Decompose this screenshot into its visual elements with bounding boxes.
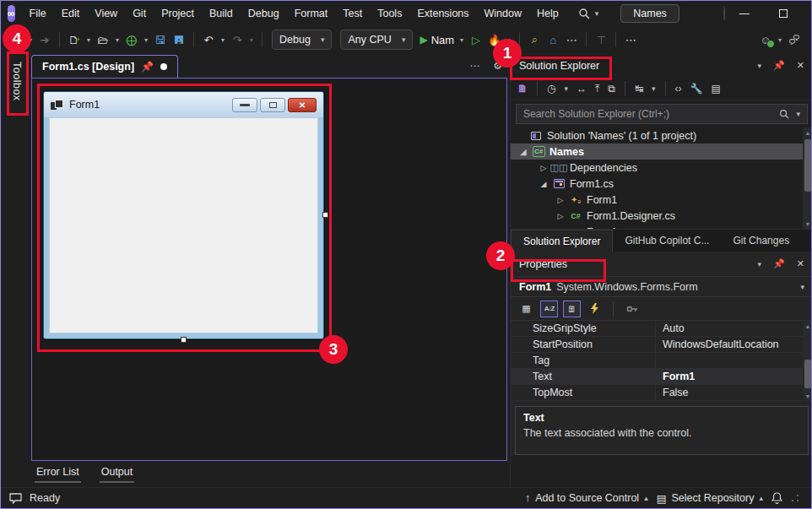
menu-edit[interactable]: Edit: [54, 1, 88, 26]
designer-overflow-icon[interactable]: ⋯: [622, 30, 639, 50]
properties-object-dropdown[interactable]: Form1 System.Windows.Forms.Form ▾: [511, 276, 812, 297]
alphabetical-sort-icon[interactable]: A↓Z: [540, 301, 558, 317]
menu-tools[interactable]: Tools: [370, 1, 409, 26]
property-row-selected[interactable]: Text Form1: [511, 369, 812, 385]
preview-selected-icon[interactable]: ▤: [711, 83, 720, 95]
tab-github-copilot[interactable]: GitHub Copilot C...: [613, 230, 721, 252]
send-feedback-icon[interactable]: 🗪: [786, 30, 803, 50]
collapse-all-icon[interactable]: ⤒: [595, 83, 599, 95]
resize-grip[interactable]: [791, 494, 799, 502]
menu-help[interactable]: Help: [529, 1, 566, 26]
tab-overflow-icon[interactable]: ⋯: [469, 60, 479, 72]
tree-row-dependencies[interactable]: ▷ ◫◫ Dependencies: [511, 160, 812, 176]
toolbox-tab[interactable]: Toolbox: [8, 55, 25, 108]
tab-git-changes[interactable]: Git Changes: [721, 230, 801, 252]
menu-format[interactable]: Format: [287, 1, 336, 26]
solution-name-badge[interactable]: Names: [620, 4, 679, 23]
open-file-icon[interactable]: 🗁: [95, 30, 111, 50]
select-repository-button[interactable]: ▤ Select Repository ▴: [657, 492, 763, 505]
form-maximize-button[interactable]: [260, 98, 285, 112]
search-chevron-icon[interactable]: ▾: [595, 9, 599, 18]
scroll-down-icon[interactable]: ▼: [803, 219, 812, 229]
tree-row-solution[interactable]: Solution 'Names' (1 of 1 project): [511, 127, 812, 143]
scroll-down-icon[interactable]: ▼: [803, 391, 812, 401]
document-tab-form1-design[interactable]: Form1.cs [Design] 📌: [31, 55, 178, 78]
add-to-source-control-button[interactable]: ↑ Add to Source Control ▴: [525, 492, 648, 504]
search-options-chevron-icon[interactable]: ▾: [796, 110, 800, 118]
menu-window[interactable]: Window: [477, 1, 529, 26]
save-icon[interactable]: 🖫: [152, 30, 169, 50]
expander-expanded-icon[interactable]: ◢: [539, 180, 548, 188]
save-all-icon[interactable]: 🖪: [171, 30, 187, 50]
tree-row-form1-cs[interactable]: ◢ Form1.cs: [511, 176, 812, 192]
tree-row-form1-designer[interactable]: ▷ C# Form1.Designer.cs: [511, 208, 812, 224]
solution-platforms-dropdown[interactable]: Any CPU▾: [340, 30, 413, 50]
designer-surface[interactable]: Form1 ✕: [31, 78, 507, 461]
switch-views-icon[interactable]: 🗎: [517, 83, 528, 95]
panel-chevron-icon[interactable]: ▾: [758, 260, 762, 268]
scroll-up-icon[interactable]: ▲: [803, 127, 812, 138]
minimize-button[interactable]: —: [725, 1, 764, 26]
menu-test[interactable]: Test: [335, 1, 370, 26]
unsaved-dot-icon[interactable]: [160, 63, 167, 70]
feedback-chat-icon[interactable]: [1, 493, 30, 504]
properties-scrollbar[interactable]: ▲ ▼: [803, 321, 812, 401]
filter-chevron-icon[interactable]: ▾: [564, 84, 568, 93]
resize-handle-bottom[interactable]: [181, 337, 187, 343]
menu-git[interactable]: Git: [125, 1, 154, 26]
tree-row-project-names[interactable]: ◢ C# Names: [511, 143, 812, 160]
designed-form-titlebar[interactable]: Form1 ✕: [44, 92, 323, 117]
account-chevron-icon[interactable]: ▾: [776, 36, 784, 44]
properties-view-icon[interactable]: 🗏: [563, 301, 581, 317]
notifications-bell-icon[interactable]: [771, 492, 782, 504]
form-close-button[interactable]: ✕: [288, 98, 317, 112]
designed-form-window[interactable]: Form1 ✕: [43, 91, 324, 339]
start-without-debugging-button[interactable]: ▷: [468, 30, 484, 50]
expander-collapsed-icon[interactable]: ▷: [556, 196, 565, 204]
sync-with-active-document-icon[interactable]: ↹: [635, 83, 643, 95]
start-debugging-chevron-icon[interactable]: ▾: [457, 36, 466, 44]
solution-configurations-dropdown[interactable]: Debug▾: [272, 30, 332, 50]
property-pages-key-icon[interactable]: [623, 301, 641, 317]
view-code-icon[interactable]: ‹›: [675, 83, 682, 95]
alignment-tool-icon[interactable]: ⊤: [593, 30, 609, 50]
categorized-icon[interactable]: ▦: [517, 301, 535, 317]
menu-file[interactable]: File: [22, 1, 54, 26]
error-list-tab[interactable]: Error List: [31, 463, 84, 483]
property-row[interactable]: SizeGripStyle Auto: [511, 321, 812, 337]
resize-handle-right[interactable]: [322, 212, 328, 218]
open-file-chevron-icon[interactable]: ▾: [113, 36, 122, 44]
menu-project[interactable]: Project: [154, 1, 202, 26]
add-item-chevron-icon[interactable]: ▾: [142, 36, 150, 44]
tree-scrollbar[interactable]: ▲ ▼: [803, 127, 812, 229]
menu-extensions[interactable]: Extensions: [409, 1, 476, 26]
panel-chevron-icon[interactable]: ▾: [758, 62, 762, 70]
expander-expanded-icon[interactable]: ◢: [519, 148, 528, 156]
scroll-up-icon[interactable]: ▲: [803, 321, 812, 331]
panel-close-icon[interactable]: ✕: [797, 258, 804, 269]
tree-row-form1-resx[interactable]: 🗏 Form1.resx: [511, 224, 812, 229]
toolbar-overflow-icon[interactable]: ⋯: [563, 30, 580, 50]
events-lightning-icon[interactable]: [586, 301, 604, 317]
maximize-button[interactable]: [764, 1, 803, 26]
property-row[interactable]: Tag: [511, 353, 812, 369]
quick-search[interactable]: ▾: [578, 8, 599, 19]
undo-icon[interactable]: ↶: [200, 30, 217, 50]
menu-build[interactable]: Build: [202, 1, 241, 26]
solution-explorer-search-input[interactable]: Search Solution Explorer (Ctrl+;) ▾: [516, 104, 808, 124]
undo-chevron-icon[interactable]: ▾: [219, 36, 227, 44]
sync-namespaces-icon[interactable]: ↔: [577, 83, 587, 95]
forward-icon[interactable]: ➔: [36, 30, 53, 50]
designed-form-client-area[interactable]: [49, 117, 318, 333]
start-debugging-button[interactable]: ▶Nam: [418, 30, 456, 50]
panel-pin-icon[interactable]: 📌: [773, 60, 785, 71]
panel-pin-icon[interactable]: 📌: [773, 258, 785, 269]
redo-chevron-icon[interactable]: ▾: [247, 36, 256, 44]
pin-icon[interactable]: 📌: [141, 61, 154, 73]
menu-debug[interactable]: Debug: [241, 1, 287, 26]
close-button[interactable]: ✕: [803, 1, 812, 26]
new-file-icon[interactable]: 🗋+: [66, 30, 83, 50]
redo-icon[interactable]: ↷: [229, 30, 246, 50]
tab-solution-explorer[interactable]: Solution Explorer: [511, 230, 613, 252]
panel-close-icon[interactable]: ✕: [797, 60, 804, 71]
